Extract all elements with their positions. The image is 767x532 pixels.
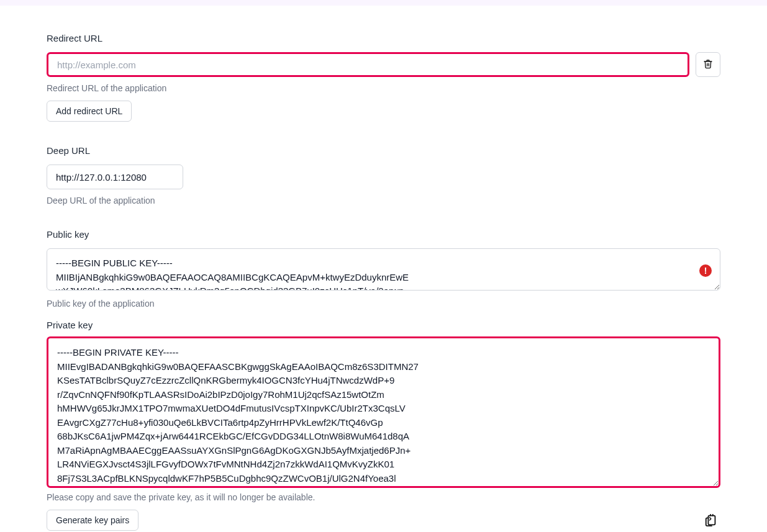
error-icon: !	[699, 264, 712, 277]
copy-private-key-button[interactable]	[702, 512, 720, 530]
redirect-url-group: Redirect URL Redirect URL of the applica…	[47, 33, 720, 122]
delete-redirect-button[interactable]	[696, 52, 720, 77]
public-key-helper: Public key of the application	[47, 299, 720, 309]
redirect-url-row	[47, 52, 720, 77]
private-key-actions: Generate key pairs	[47, 510, 720, 531]
deep-url-label: Deep URL	[47, 145, 720, 156]
public-key-textarea[interactable]	[47, 248, 720, 291]
private-key-helper: Please copy and save the private key, as…	[47, 492, 720, 502]
add-redirect-url-button[interactable]: Add redirect URL	[47, 101, 132, 122]
public-key-group: Public key ! Public key of the applicati…	[47, 229, 720, 309]
trash-icon	[703, 59, 713, 71]
public-key-wrap: !	[47, 248, 720, 292]
deep-url-group: Deep URL Deep URL of the application	[47, 145, 720, 205]
top-strip	[0, 0, 767, 6]
private-key-textarea[interactable]	[47, 336, 720, 488]
form-container: Redirect URL Redirect URL of the applica…	[0, 6, 767, 531]
clipboard-icon	[704, 513, 718, 529]
redirect-url-input[interactable]	[47, 52, 689, 77]
public-key-label: Public key	[47, 229, 720, 240]
redirect-url-label: Redirect URL	[47, 33, 720, 43]
deep-url-helper: Deep URL of the application	[47, 196, 720, 205]
generate-key-pairs-button[interactable]: Generate key pairs	[47, 510, 138, 531]
private-key-label: Private key	[47, 320, 720, 330]
deep-url-input[interactable]	[47, 165, 183, 189]
private-key-group: Private key Please copy and save the pri…	[47, 320, 720, 531]
redirect-url-helper: Redirect URL of the application	[47, 83, 720, 93]
